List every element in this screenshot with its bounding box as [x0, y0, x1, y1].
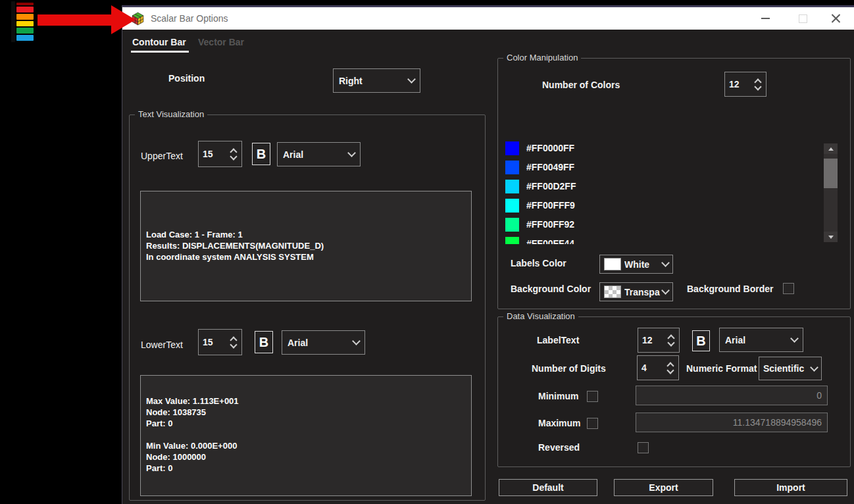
colorbar-segment: [16, 7, 34, 13]
color-swatch: [505, 218, 519, 232]
number-of-digits-value: 4: [641, 363, 668, 373]
color-list[interactable]: #FF0000FF #FF0049FF #FF00D2FF #FF00FFF9 …: [505, 141, 808, 244]
number-of-colors-label: Number of Colors: [542, 80, 620, 90]
colorbar-segment: [16, 21, 34, 27]
close-button[interactable]: [822, 7, 849, 30]
colorbar-segment: [16, 28, 34, 34]
chevron-down-icon: [352, 337, 361, 345]
maximum-field[interactable]: 11.134718894958496: [636, 413, 828, 432]
color-list-scrollbar[interactable]: [824, 143, 838, 242]
uppertext-font-dropdown[interactable]: Arial: [277, 142, 361, 166]
color-hex-label: #FF00FF92: [526, 219, 574, 230]
export-button[interactable]: Export: [614, 479, 713, 496]
chevron-down-icon: [407, 75, 416, 84]
background-color-value: Transpa: [624, 287, 663, 297]
color-list-item[interactable]: #FF0049FF: [505, 160, 808, 174]
spinner-arrows[interactable]: [231, 338, 238, 347]
red-arrow-head: [111, 5, 136, 34]
chevron-down-icon: [790, 334, 799, 343]
close-icon: [831, 14, 841, 24]
import-button[interactable]: Import: [734, 479, 847, 496]
labeltext-bold-button[interactable]: B: [692, 330, 710, 351]
color-list-item[interactable]: #FF00FF44: [505, 236, 808, 244]
number-of-colors-spinner[interactable]: 12: [724, 72, 766, 97]
lowertext-label: LowerText: [141, 340, 183, 350]
labeltext-font-dropdown[interactable]: Arial: [719, 328, 803, 352]
minimize-button[interactable]: [752, 7, 778, 30]
spinner-arrows[interactable]: [668, 363, 674, 373]
chevron-down-icon: [810, 363, 818, 372]
color-list-item[interactable]: #FF00D2FF: [505, 179, 808, 193]
tab-vector-bar[interactable]: Vector Bar: [198, 37, 244, 47]
lowertext-size-spinner[interactable]: 15: [198, 329, 242, 355]
color-hex-label: #FF00D2FF: [526, 181, 576, 191]
color-swatch: [505, 237, 519, 245]
spinner-arrows[interactable]: [668, 336, 675, 345]
maximum-label: Maximum: [538, 418, 581, 428]
white-swatch: [604, 258, 621, 270]
background-border-checkbox[interactable]: [783, 283, 794, 294]
lowertext-font-dropdown[interactable]: Arial: [282, 330, 365, 355]
uppertext-size-value: 15: [203, 149, 231, 159]
background-color-label: Background Color: [511, 284, 591, 294]
group-title: Data Visualization: [503, 311, 578, 321]
scrollbar-thumb[interactable]: [824, 159, 838, 188]
colorbar-segment: [16, 35, 34, 41]
lowertext-size-value: 15: [203, 337, 231, 347]
number-of-digits-spinner[interactable]: 4: [637, 355, 679, 380]
color-list-item[interactable]: #FF0000FF: [505, 141, 808, 155]
default-button[interactable]: Default: [499, 479, 597, 496]
chevron-down-icon: [661, 259, 670, 267]
color-swatch: [505, 141, 519, 155]
number-of-digits-label: Number of Digits: [532, 363, 606, 374]
numeric-format-dropdown[interactable]: Scientific: [759, 357, 822, 380]
scroll-down-button[interactable]: [824, 232, 838, 242]
color-swatch: [505, 180, 519, 193]
chevron-down-icon: [347, 149, 356, 157]
tab-contour-bar[interactable]: Contour Bar: [132, 37, 186, 47]
position-dropdown[interactable]: Right: [333, 68, 420, 93]
scroll-up-button[interactable]: [824, 143, 838, 154]
colorbar-segment: [16, 3, 34, 5]
chevron-down-icon: [661, 286, 670, 295]
uppertext-size-spinner[interactable]: 15: [198, 141, 242, 167]
maximize-button[interactable]: [790, 7, 816, 30]
spinner-arrows[interactable]: [755, 80, 762, 89]
color-swatch: [505, 199, 519, 213]
labels-color-label: Labels Color: [511, 258, 566, 268]
color-swatch: [505, 161, 519, 174]
labeltext-label: LabelText: [537, 335, 579, 345]
lowertext-bold-button[interactable]: B: [255, 331, 273, 353]
color-hex-label: #FF0049FF: [526, 162, 574, 172]
numeric-format-value: Scientific: [763, 363, 811, 374]
color-hex-label: #FF0000FF: [526, 143, 574, 153]
number-of-colors-value: 12: [729, 79, 755, 89]
reversed-label: Reversed: [538, 442, 580, 453]
active-tab-underline: [131, 51, 189, 53]
background-color-dropdown[interactable]: Transpa: [599, 282, 673, 301]
spinner-arrows[interactable]: [231, 149, 238, 159]
lowertext-font-value: Arial: [288, 338, 353, 348]
minimum-field[interactable]: 0: [636, 386, 828, 405]
labeltext-font-value: Arial: [725, 335, 791, 345]
maximum-checkbox[interactable]: [587, 418, 598, 429]
uppertext-textarea[interactable]: Load Case: 1 - Frame: 1 Results: DISPLAC…: [140, 191, 472, 301]
title-bar: Scalar Bar Options: [122, 7, 854, 30]
minimize-icon: [761, 18, 770, 19]
color-list-item[interactable]: #FF00FF92: [505, 217, 808, 232]
uppertext-font-value: Arial: [283, 149, 349, 160]
uppertext-label: UpperText: [141, 151, 183, 161]
reversed-checkbox[interactable]: [638, 442, 649, 453]
scalar-bar-options-dialog: Scalar Bar Options Contour Bar Vector Ba…: [122, 5, 854, 504]
group-title: Text Visualization: [135, 109, 207, 119]
position-label: Position: [168, 73, 205, 84]
uppertext-bold-button[interactable]: B: [252, 143, 270, 165]
maximize-icon: [799, 14, 807, 23]
lowertext-textarea[interactable]: Max Value: 1.113E+001 Node: 1038735 Part…: [140, 375, 472, 496]
minimum-checkbox[interactable]: [587, 391, 598, 402]
labels-color-dropdown[interactable]: White: [599, 255, 673, 274]
numeric-format-label: Numeric Format: [686, 363, 757, 374]
color-list-item[interactable]: #FF00FFF9: [505, 198, 808, 213]
red-arrow-annotation: [38, 14, 113, 26]
labeltext-size-spinner[interactable]: 12: [638, 328, 680, 353]
